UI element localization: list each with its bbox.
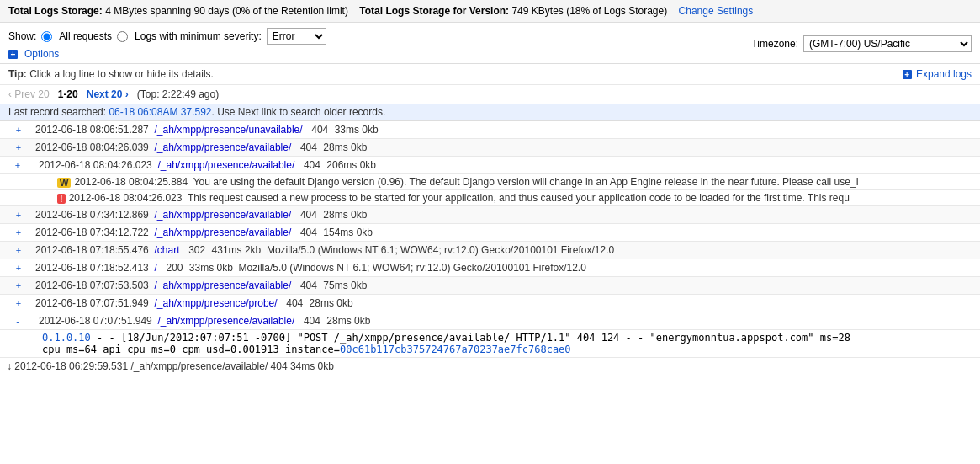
top-info: (Top: 2:22:49 ago) <box>137 88 219 100</box>
collapse-button[interactable]: - <box>0 312 32 330</box>
table-row[interactable]: +2012-06-18 08:04:26.023 /_ah/xmpp/prese… <box>0 157 980 174</box>
log-status: 404 <box>300 280 317 291</box>
log-date: 2012-06-18 07:34:12.869 <box>35 209 149 221</box>
log-size: 0kb <box>351 141 367 153</box>
log-status: 404 <box>300 227 317 238</box>
log-entry-cell: 2012-06-18 07:07:53.503 /_ah/xmpp/presen… <box>32 277 980 295</box>
all-requests-radio[interactable] <box>41 31 52 42</box>
options-row: + Options <box>8 48 326 60</box>
options-plus-icon[interactable]: + <box>8 50 18 59</box>
last-record-bar: Last record searched: 06-18 06:08AM 37.5… <box>0 104 980 121</box>
log-date: 2012-06-18 07:34:12.722 <box>35 227 149 238</box>
log-time: 28ms <box>326 315 351 327</box>
table-row[interactable]: -2012-06-18 07:07:51.949 /_ah/xmpp/prese… <box>0 312 980 330</box>
last-record-link[interactable]: 06-18 06:08AM 37.592 <box>109 106 211 118</box>
log-status: 404 <box>300 141 317 153</box>
log-time: 206ms <box>326 159 357 171</box>
sub-row-spacer <box>0 190 32 206</box>
controls-bar: Show: All requests Logs with minimum sev… <box>0 23 980 64</box>
next-link[interactable]: Next 20 › <box>87 88 129 100</box>
log-path: /_ah/xmpp/presence/unavailable/ <box>154 124 302 136</box>
log-path: /_ah/xmpp/presence/available/ <box>154 209 291 221</box>
log-status: 200 <box>166 262 183 274</box>
min-severity-label: Logs with minimum severity: <box>135 30 262 42</box>
change-settings-link[interactable]: Change Settings <box>679 5 754 17</box>
log-entry-cell: 2012-06-18 07:18:52.413 / 200 33ms 0kb M… <box>32 259 980 277</box>
tip-bar: Tip: Click a log line to show or hide it… <box>0 64 980 85</box>
log-time: 33ms <box>335 124 359 136</box>
log-date: 2012-06-18 08:04:26.039 <box>35 141 149 153</box>
expand-logs-container: + Expand logs <box>903 68 972 80</box>
expand-button[interactable]: + <box>0 295 32 312</box>
sub-log-date: 2012-06-18 08:04:26.023 <box>69 192 183 204</box>
log-extra: Mozilla/5.0 (Windows NT 6.1; WOW64; rv:1… <box>267 244 614 256</box>
log-time: 33ms <box>189 262 214 274</box>
table-row[interactable]: +2012-06-18 07:34:12.869 /_ah/xmpp/prese… <box>0 206 980 224</box>
log-date: 2012-06-18 08:06:51.287 <box>35 124 149 136</box>
table-row[interactable]: +2012-06-18 07:18:52.413 / 200 33ms 0kb … <box>0 259 980 277</box>
all-requests-label: All requests <box>59 30 112 42</box>
log-date: 2012-06-18 07:07:53.503 <box>35 280 149 291</box>
log-status: 404 <box>300 209 317 221</box>
show-label: Show: <box>8 30 36 42</box>
table-row[interactable]: +2012-06-18 07:34:12.722 /_ah/xmpp/prese… <box>0 224 980 242</box>
table-row[interactable]: +2012-06-18 07:07:51.949 /_ah/xmpp/prese… <box>0 295 980 312</box>
expand-button[interactable]: + <box>0 121 32 139</box>
top-bar: Total Logs Storage: 4 MBytes spanning 90… <box>0 0 980 23</box>
expand-button[interactable]: + <box>0 259 32 277</box>
log-entry-cell: 2012-06-18 07:07:51.949 /_ah/xmpp/presen… <box>32 295 980 312</box>
log-date: 2012-06-18 07:07:51.949 <box>39 315 152 327</box>
tip-text: Tip: Click a log line to show or hide it… <box>8 68 214 80</box>
log-path: /_ah/xmpp/presence/available/ <box>154 141 291 153</box>
sub-log-text: This request caused a new process to be … <box>188 192 850 204</box>
table-row[interactable]: +2012-06-18 07:18:55.476 /chart 302 431m… <box>0 242 980 259</box>
table-row[interactable]: +2012-06-18 08:04:26.039 /_ah/xmpp/prese… <box>0 139 980 157</box>
controls-left: Show: All requests Logs with minimum sev… <box>8 28 326 60</box>
sub-row-spacer <box>0 174 32 190</box>
tip-message: Click a log line to show or hide its det… <box>29 68 214 80</box>
log-size: 0kb <box>351 280 367 291</box>
severity-select[interactable]: Error Warning Info Debug <box>267 28 326 45</box>
log-detail-row: 0.1.0.10 - - [18/Jun/2012:07:07:51 -0700… <box>0 330 980 358</box>
expand-button[interactable]: + <box>0 277 32 295</box>
log-size: 0kb <box>357 227 373 238</box>
log-date: 2012-06-18 08:04:26.023 <box>39 159 152 171</box>
timezone-select[interactable]: (GMT-7:00) US/Pacific (GMT-8:00) US/Paci… <box>803 35 972 52</box>
expand-button[interactable]: + <box>0 224 32 242</box>
expand-logs-link[interactable]: Expand logs <box>916 68 972 80</box>
log-date: 2012-06-18 07:07:51.949 <box>35 297 149 309</box>
log-size: 0kb <box>362 124 378 136</box>
log-size: 0kb <box>217 262 233 274</box>
table-row[interactable]: +2012-06-18 07:07:53.503 /_ah/xmpp/prese… <box>0 277 980 295</box>
sub-row-cell: !2012-06-18 08:04:26.023 This request ca… <box>32 190 980 206</box>
log-time: 154ms <box>323 227 353 238</box>
expand-logs-icon[interactable]: + <box>903 70 912 79</box>
table-row[interactable]: +2012-06-18 08:06:51.287 /_ah/xmpp/prese… <box>0 121 980 139</box>
expand-button[interactable]: + <box>0 206 32 224</box>
show-row: Show: All requests Logs with minimum sev… <box>8 28 326 45</box>
min-severity-radio[interactable] <box>117 31 128 42</box>
expand-button[interactable]: + <box>0 242 32 259</box>
expand-button[interactable]: + <box>0 139 32 157</box>
log-time: 28ms <box>310 297 334 309</box>
instance-link[interactable]: 00c61b117cb375724767a70237ae7fc768cae0 <box>340 344 571 355</box>
log-status: 302 <box>188 244 205 256</box>
detail-extra: cpu_ms=64 api_cpu_ms=0 cpm_usd=0.001913 … <box>42 344 571 355</box>
controls-right: Timezone: (GMT-7:00) US/Pacific (GMT-8:0… <box>751 35 972 52</box>
detail-spacer <box>0 330 32 358</box>
log-table: +2012-06-18 08:06:51.287 /_ah/xmpp/prese… <box>0 121 980 358</box>
log-time: 28ms <box>323 141 347 153</box>
expand-button[interactable]: + <box>0 157 32 174</box>
options-link[interactable]: Options <box>24 48 59 60</box>
log-size: 0kb <box>360 159 376 171</box>
log-entry-cell: 2012-06-18 08:04:26.023 /_ah/xmpp/presen… <box>32 157 980 174</box>
log-time: 431ms <box>212 244 242 256</box>
log-extra: Mozilla/5.0 (Windows NT 6.1; WOW64; rv:1… <box>239 262 586 274</box>
log-time: 75ms <box>323 280 347 291</box>
log-status: 404 <box>286 297 303 309</box>
log-date: 2012-06-18 07:18:55.476 <box>35 244 149 256</box>
detail-ip: 0.1.0.10 <box>42 332 91 344</box>
log-date: 2012-06-18 07:18:52.413 <box>35 262 149 274</box>
total-logs-version-label: Total Logs Storage for Version: <box>359 5 509 17</box>
log-status: 404 <box>311 124 328 136</box>
